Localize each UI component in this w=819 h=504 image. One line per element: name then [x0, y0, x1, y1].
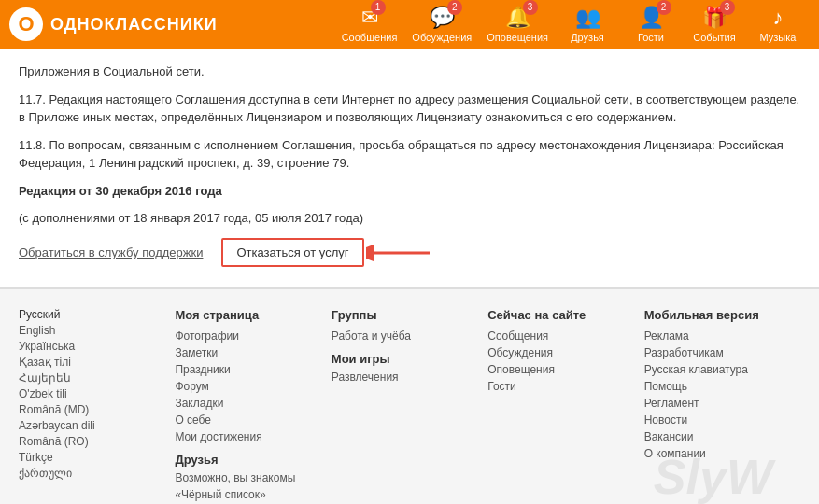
lang-english[interactable]: English	[19, 324, 175, 337]
lang-turkish[interactable]: Türkçe	[19, 451, 175, 464]
arrow-annotation: Отказаться от услуг	[221, 237, 431, 269]
para-11-8: 11.8. По вопросам, связанным с исполнени…	[19, 136, 800, 173]
mobile-developers[interactable]: Разработчикам	[644, 346, 800, 359]
music-icon: ♪	[773, 6, 784, 29]
now-discussions[interactable]: Обсуждения	[487, 346, 643, 359]
my-page-forum[interactable]: Форум	[175, 380, 331, 393]
logo-area[interactable]: О одноклассники	[9, 7, 218, 41]
groups-title: Группы	[332, 308, 487, 322]
notifications-icon-wrap: 🔔 3	[505, 6, 530, 30]
games-entertainment[interactable]: Развлечения	[332, 371, 487, 384]
my-page-achievements[interactable]: Мои достижения	[175, 430, 331, 443]
mobile-rules[interactable]: Регламент	[644, 397, 800, 410]
guests-icon-wrap: 👤 2	[639, 6, 664, 30]
now-online-title: Сейчас на сайте	[487, 308, 643, 322]
nav-items: ✉ 1 Сообщения 💬 2 Обсуждения 🔔 3 Оповеще…	[236, 6, 810, 43]
nav-events[interactable]: 🎁 3 События	[690, 6, 739, 43]
footer-languages: Русский English Українська Қазақ тілі Հա…	[19, 308, 175, 505]
footer: Русский English Українська Қазақ тілі Հա…	[0, 289, 819, 505]
nav-discussions[interactable]: 💬 2 Обсуждения	[412, 6, 472, 43]
edition-addendum: (с дополнениями от 18 января 2017 года, …	[19, 209, 800, 228]
my-page-notes[interactable]: Заметки	[175, 346, 331, 359]
discussions-badge: 2	[447, 0, 462, 15]
friends-icon-wrap: 👥	[575, 6, 600, 30]
friends-subtitle: Друзья	[175, 453, 331, 467]
footer-my-page: Моя страница Фотографии Заметки Праздник…	[175, 308, 331, 505]
lang-georgian[interactable]: ქართული	[19, 467, 175, 480]
lang-azerbaijani[interactable]: Azərbaycan dili	[19, 419, 175, 432]
lang-romanian-ro[interactable]: Română (RO)	[19, 435, 175, 448]
mobile-vacancies[interactable]: Вакансии	[644, 430, 800, 443]
footer-wrapper: Русский English Українська Қазақ тілі Հա…	[0, 289, 819, 505]
mobile-keyboard[interactable]: Русская клавиатура	[644, 363, 800, 376]
lang-armenian[interactable]: Հայերեն	[19, 371, 175, 385]
my-games-subtitle: Мои игры	[332, 352, 487, 366]
lang-kazakh[interactable]: Қазақ тілі	[19, 356, 175, 369]
lang-russian[interactable]: Русский	[19, 308, 175, 321]
mobile-news[interactable]: Новости	[644, 413, 800, 427]
nav-guests[interactable]: 👤 2 Гости	[627, 6, 675, 43]
discussions-label: Обсуждения	[412, 32, 472, 43]
friends-blacklist[interactable]: «Чёрный список»	[175, 488, 331, 501]
nav-friends[interactable]: 👥 Друзья	[563, 6, 612, 43]
discussions-icon-wrap: 💬 2	[430, 6, 455, 30]
groups-work-study[interactable]: Работа и учёба	[332, 329, 487, 343]
my-page-photos[interactable]: Фотографии	[175, 329, 331, 343]
friends-label: Друзья	[571, 32, 604, 43]
events-icon-wrap: 🎁 3	[702, 6, 727, 30]
nav-notifications[interactable]: 🔔 3 Оповещения	[487, 6, 548, 43]
mobile-about[interactable]: О компании	[644, 447, 800, 460]
mobile-ads[interactable]: Реклама	[644, 329, 800, 343]
header: О одноклассники ✉ 1 Сообщения 💬 2 Обсужд…	[0, 0, 819, 49]
lang-uzbek[interactable]: O'zbek tili	[19, 387, 175, 400]
events-label: События	[693, 32, 735, 43]
my-page-holidays[interactable]: Праздники	[175, 363, 331, 376]
para-apps: Приложения в Социальной сети.	[19, 63, 800, 81]
now-guests[interactable]: Гости	[487, 380, 643, 393]
logo-text: одноклассники	[50, 15, 218, 35]
decline-button[interactable]: Отказаться от услуг	[221, 238, 363, 267]
actions-row: Обратиться в службу поддержки Отказаться…	[19, 237, 800, 269]
mobile-help[interactable]: Помощь	[644, 380, 800, 393]
mobile-title: Мобильная версия	[644, 308, 800, 322]
para-11-7: 11.7. Редакция настоящего Соглашения дос…	[19, 91, 800, 127]
lang-ukrainian[interactable]: Українська	[19, 340, 175, 353]
footer-now-online: Сейчас на сайте Сообщения Обсуждения Опо…	[487, 308, 643, 505]
support-link[interactable]: Обратиться в службу поддержки	[19, 245, 203, 259]
now-messages[interactable]: Сообщения	[487, 329, 643, 343]
my-page-bookmarks[interactable]: Закладки	[175, 397, 331, 410]
music-icon-wrap: ♪	[773, 6, 784, 30]
music-label: Музыка	[760, 32, 797, 43]
notifications-label: Оповещения	[487, 32, 548, 43]
messages-badge: 1	[371, 0, 386, 15]
red-arrow-icon	[366, 237, 431, 269]
now-notifications[interactable]: Оповещения	[487, 363, 643, 376]
guests-badge: 2	[657, 0, 671, 15]
friends-maybe[interactable]: Возможно, вы знакомы	[175, 471, 331, 484]
footer-mobile: Мобильная версия Реклама Разработчикам Р…	[644, 308, 800, 505]
main-content: Приложения в Социальной сети. 11.7. Реда…	[0, 49, 819, 289]
my-page-about[interactable]: О себе	[175, 413, 331, 427]
guests-label: Гости	[638, 32, 664, 43]
messages-icon-wrap: ✉ 1	[361, 6, 378, 30]
messages-label: Сообщения	[342, 32, 398, 43]
friends-icon: 👥	[575, 6, 600, 29]
logo-icon: О	[9, 7, 43, 41]
my-page-title: Моя страница	[175, 308, 331, 322]
notifications-badge: 3	[523, 0, 538, 15]
nav-music[interactable]: ♪ Музыка	[754, 6, 802, 43]
edition-main: Редакция от 30 декабря 2016 года	[19, 182, 800, 201]
footer-groups: Группы Работа и учёба Мои игры Развлечен…	[332, 308, 487, 505]
lang-romanian-md[interactable]: Română (MD)	[19, 403, 175, 416]
nav-messages[interactable]: ✉ 1 Сообщения	[342, 6, 398, 43]
events-badge: 3	[720, 0, 735, 15]
